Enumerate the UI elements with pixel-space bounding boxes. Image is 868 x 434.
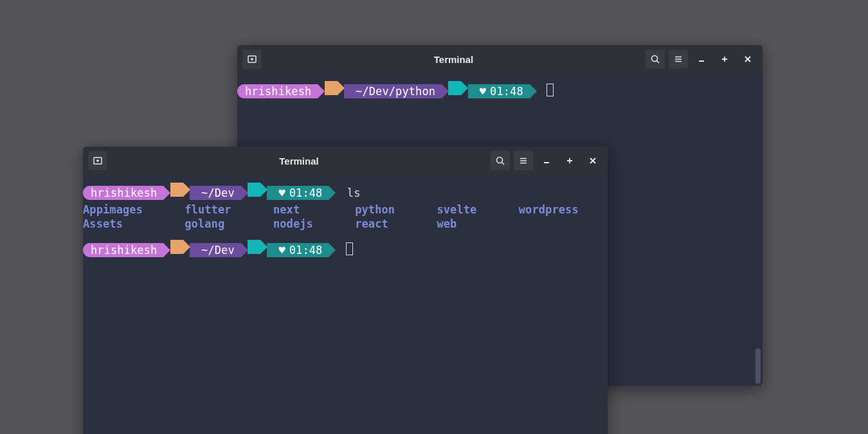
ls-item: Appimages <box>83 203 172 217</box>
prompt-sep-1 <box>170 240 183 254</box>
minimize-button[interactable] <box>692 50 711 69</box>
maximize-button[interactable] <box>560 151 579 170</box>
prompt-sep-1 <box>170 183 183 197</box>
ls-item: nodejs <box>273 217 342 231</box>
ls-item: python <box>355 203 424 217</box>
ls-item: flutter <box>185 203 260 217</box>
ls-item: wordpress <box>519 203 608 217</box>
new-tab-button[interactable] <box>242 50 262 69</box>
prompt-path: ~/Dev <box>190 186 241 200</box>
ls-item: Assets <box>83 217 172 231</box>
svg-line-4 <box>657 61 660 64</box>
ls-item: golang <box>185 217 260 231</box>
prompt-path: ~/Dev <box>190 243 241 257</box>
terminal-window-front[interactable]: Terminal hrishikesh ~/Dev ♥01:4 <box>83 147 608 434</box>
command-text: ls <box>347 186 361 199</box>
window-title: Terminal <box>434 54 473 65</box>
scrollbar[interactable] <box>755 348 761 384</box>
titlebar[interactable]: Terminal <box>83 147 608 175</box>
ls-item: react <box>355 217 424 231</box>
prompt-time: ♥01:48 <box>267 186 329 200</box>
search-button[interactable] <box>646 50 665 69</box>
titlebar[interactable]: Terminal <box>237 45 763 73</box>
close-button[interactable] <box>583 151 602 170</box>
ls-item: web <box>437 217 505 231</box>
svg-point-16 <box>497 158 503 163</box>
prompt-line-1: hrishikesh ~/Dev ♥01:48 ls <box>83 183 608 200</box>
prompt-line: hrishikesh ~/Dev/python ♥01:48 <box>237 81 763 98</box>
minimize-button[interactable] <box>537 151 556 170</box>
new-tab-button[interactable] <box>88 151 107 170</box>
terminal-area[interactable]: hrishikesh ~/Dev ♥01:48 ls Appimagesflut… <box>83 175 608 257</box>
prompt-path: ~/Dev/python <box>344 84 442 98</box>
close-button[interactable] <box>738 50 757 69</box>
search-button[interactable] <box>491 151 510 170</box>
heart-icon: ♥ <box>278 244 285 257</box>
cursor <box>346 242 353 255</box>
prompt-sep-2 <box>448 81 461 95</box>
heart-icon: ♥ <box>278 186 285 199</box>
svg-line-17 <box>502 163 505 165</box>
svg-point-3 <box>652 56 658 62</box>
heart-icon: ♥ <box>480 85 486 98</box>
ls-item: next <box>273 203 342 217</box>
cursor <box>547 84 554 96</box>
ls-output: Appimagesflutternextpythonsveltewordpres… <box>83 200 608 231</box>
maximize-button[interactable] <box>715 50 734 69</box>
terminal-area[interactable]: hrishikesh ~/Dev/python ♥01:48 <box>237 73 763 98</box>
ls-item: svelte <box>437 203 505 217</box>
prompt-sep-2 <box>248 240 260 254</box>
prompt-user: hrishikesh <box>83 186 163 200</box>
prompt-line-2: hrishikesh ~/Dev ♥01:48 <box>83 240 608 257</box>
prompt-time: ♥01:48 <box>267 243 329 257</box>
window-title: Terminal <box>279 156 318 167</box>
prompt-user: hrishikesh <box>237 84 318 98</box>
menu-button[interactable] <box>514 151 533 170</box>
prompt-user: hrishikesh <box>83 243 163 257</box>
prompt-sep-2 <box>248 183 260 197</box>
menu-button[interactable] <box>669 50 688 69</box>
prompt-sep-1 <box>325 81 338 95</box>
prompt-time: ♥01:48 <box>468 84 530 98</box>
